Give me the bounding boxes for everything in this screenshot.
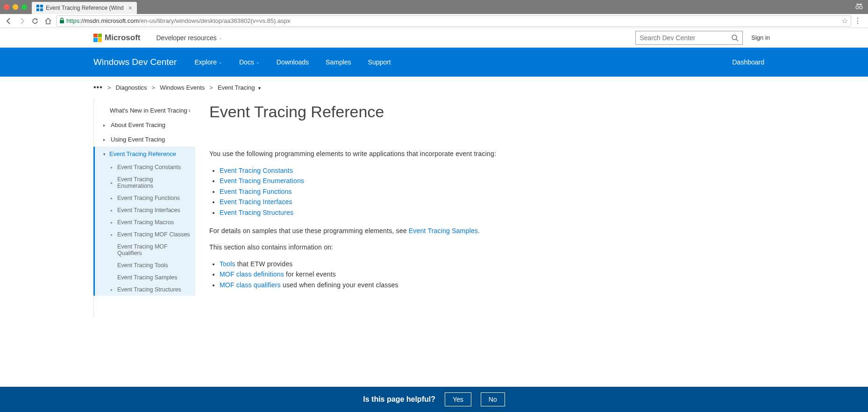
back-button[interactable]: [4, 16, 14, 26]
browser-toolbar: https://msdn.microsoft.com/en-us/library…: [0, 14, 868, 28]
sidebar-sub-label: Event Tracing MOF Qualifiers: [117, 243, 191, 256]
search-icon[interactable]: [731, 34, 739, 42]
sidebar-sub-enumerations[interactable]: ▸Event Tracing Enumerations: [95, 173, 195, 192]
developer-resources-dropdown[interactable]: Developer resources ⌄: [157, 34, 222, 42]
collapse-sidebar-icon[interactable]: ‹: [188, 107, 191, 114]
link-mof-qualifiers[interactable]: MOF class qualifiers: [220, 281, 281, 289]
reload-button[interactable]: [30, 16, 40, 26]
sidebar-whats-new[interactable]: What's New in Event Tracing ‹: [94, 103, 195, 118]
sidebar-sub-functions[interactable]: ▸Event Tracing Functions: [95, 192, 195, 204]
sidebar-using[interactable]: ▸Using Event Tracing: [94, 132, 195, 147]
sidebar-sub-mof-qualifiers[interactable]: Event Tracing MOF Qualifiers: [95, 241, 195, 259]
nav-dashboard[interactable]: Dashboard: [733, 58, 765, 66]
chevron-down-icon: ⌄: [256, 60, 260, 64]
link-structures[interactable]: Event Tracing Structures: [220, 209, 293, 216]
nav-label: Docs: [239, 58, 254, 66]
sidebar-sub-label: Event Tracing Macros: [117, 219, 174, 226]
link-interfaces[interactable]: Event Tracing Interfaces: [220, 198, 292, 206]
breadcrumb-windows-events[interactable]: Windows Events: [160, 84, 205, 91]
page-title: Event Tracing Reference: [209, 103, 597, 121]
forward-button[interactable]: [17, 16, 27, 26]
nav-samples[interactable]: Samples: [326, 58, 351, 66]
triangle-right-icon: ▸: [111, 181, 114, 185]
list-item: Event Tracing Structures: [220, 207, 597, 218]
triangle-right-icon: ▸: [103, 123, 107, 128]
breadcrumb-event-tracing[interactable]: Event Tracing ▼: [218, 84, 262, 91]
link-enumerations[interactable]: Event Tracing Enumerations: [220, 177, 304, 185]
sidebar-about[interactable]: ▸About Event Tracing: [94, 118, 195, 132]
sidebar-sub-structures[interactable]: ▸Event Tracing Structures: [95, 284, 195, 296]
sidebar-item-label: Event Tracing Reference: [109, 150, 176, 157]
microsoft-header: Microsoft Developer resources ⌄ Sign in: [0, 28, 868, 48]
link-samples[interactable]: Event Tracing Samples: [409, 227, 478, 234]
search-input[interactable]: [640, 34, 731, 42]
microsoft-logo[interactable]: Microsoft: [93, 33, 141, 43]
browser-menu-button[interactable]: ⋮: [851, 20, 864, 22]
breadcrumb-current-label: Event Tracing: [218, 84, 255, 91]
breadcrumb-diagnostics[interactable]: Diagnostics: [115, 84, 147, 91]
sidebar-sub-tools[interactable]: Event Tracing Tools: [95, 259, 195, 271]
nav-explore[interactable]: Explore⌄: [194, 58, 222, 66]
dev-resources-label: Developer resources: [157, 34, 217, 42]
window-maximize-button[interactable]: [21, 4, 27, 10]
search-box[interactable]: [635, 31, 743, 45]
sidebar-nav: What's New in Event Tracing ‹ ▸About Eve…: [93, 98, 195, 317]
sidebar-sub-constants[interactable]: ▸Event Tracing Constants: [95, 161, 195, 173]
tab-title: Event Tracing Reference (Wind: [46, 5, 124, 11]
sidebar-sub-macros[interactable]: ▸Event Tracing Macros: [95, 216, 195, 228]
triangle-right-icon: ▸: [103, 137, 107, 142]
url-path: /en-us/library/windows/desktop/aa363802(…: [139, 17, 290, 24]
browser-tab-strip: Event Tracing Reference (Wind ×: [0, 0, 868, 14]
sidebar-reference[interactable]: ▾Event Tracing Reference: [95, 147, 195, 161]
samples-paragraph: For details on samples that use these pr…: [209, 226, 597, 236]
windows-favicon-icon: [36, 5, 43, 11]
article-content: Event Tracing Reference You use the foll…: [195, 98, 616, 317]
lock-icon: [59, 18, 64, 24]
link-constants[interactable]: Event Tracing Constants: [220, 167, 293, 174]
svg-point-5: [860, 6, 862, 9]
incognito-icon: [855, 3, 863, 9]
link-tools[interactable]: Tools: [220, 260, 235, 268]
sidebar-sub-samples[interactable]: Event Tracing Samples: [95, 271, 195, 284]
nav-support[interactable]: Support: [368, 58, 391, 66]
nav-label: Explore: [194, 58, 216, 66]
list-item: Tools that ETW provides: [220, 259, 597, 269]
link-functions[interactable]: Event Tracing Functions: [220, 188, 292, 195]
breadcrumb-separator: >: [107, 84, 111, 91]
bookmark-star-icon[interactable]: ☆: [841, 16, 848, 25]
sidebar-sub-label: Event Tracing Structures: [117, 286, 181, 293]
sidebar-sub-interfaces[interactable]: ▸Event Tracing Interfaces: [95, 204, 195, 216]
breadcrumb: ••• > Diagnostics > Windows Events > Eve…: [0, 77, 868, 98]
svg-rect-3: [40, 8, 43, 11]
window-minimize-button[interactable]: [13, 4, 18, 10]
list-item: Event Tracing Interfaces: [220, 197, 597, 207]
signin-link[interactable]: Sign in: [751, 34, 770, 41]
home-button[interactable]: [43, 16, 53, 26]
triangle-right-icon: ▸: [111, 196, 114, 200]
window-controls: [4, 4, 27, 10]
link-mof-definitions[interactable]: MOF class definitions: [220, 270, 284, 278]
breadcrumb-more-icon[interactable]: •••: [93, 83, 103, 92]
sidebar-sub-label: Event Tracing MOF Classes: [117, 231, 190, 238]
info-list: Tools that ETW provides MOF class defini…: [220, 259, 597, 290]
section-info-text: This section also contains information o…: [209, 242, 597, 252]
sidebar-sub-label: Event Tracing Functions: [117, 195, 180, 201]
browser-tab[interactable]: Event Tracing Reference (Wind ×: [32, 2, 137, 14]
url-protocol: https: [66, 17, 79, 24]
list-item: Event Tracing Enumerations: [220, 176, 597, 186]
sidebar-sub-mof-classes[interactable]: ▸Event Tracing MOF Classes: [95, 228, 195, 241]
site-title[interactable]: Windows Dev Center: [93, 57, 177, 67]
address-bar[interactable]: https://msdn.microsoft.com/en-us/library…: [56, 15, 851, 27]
dropdown-arrow-icon: ▼: [257, 86, 262, 91]
list-item: MOF class definitions for kernel events: [220, 269, 597, 279]
window-close-button[interactable]: [4, 4, 9, 10]
svg-rect-6: [60, 20, 64, 23]
tab-close-icon[interactable]: ×: [128, 4, 132, 12]
sidebar-sub-label: Event Tracing Constants: [117, 164, 181, 170]
nav-downloads[interactable]: Downloads: [277, 58, 309, 66]
svg-point-7: [732, 35, 737, 40]
text-run: that ETW provides: [235, 260, 293, 268]
sidebar-sub-label: Event Tracing Tools: [117, 262, 168, 269]
microsoft-logo-icon: [93, 34, 102, 42]
nav-docs[interactable]: Docs⌄: [239, 58, 260, 66]
